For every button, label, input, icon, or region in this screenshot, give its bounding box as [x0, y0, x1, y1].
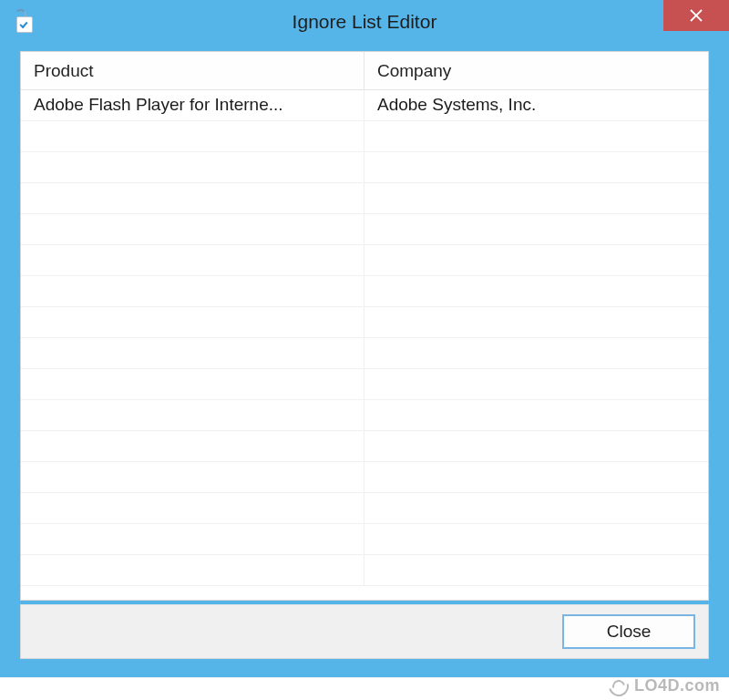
table-row-empty: [21, 307, 708, 338]
table-row-empty: [21, 493, 708, 524]
dialog-footer: Close: [20, 604, 709, 659]
app-icon: [13, 11, 35, 33]
list-header[interactable]: Product Company: [21, 52, 708, 90]
watermark: LO4D.com: [607, 674, 720, 696]
table-row-empty: [21, 152, 708, 183]
window-close-button[interactable]: [663, 0, 729, 31]
list-body[interactable]: Adobe Flash Player for Interne...Adobe S…: [21, 90, 708, 600]
table-row-empty: [21, 214, 708, 245]
column-header-product[interactable]: Product: [21, 52, 364, 89]
close-button[interactable]: Close: [562, 614, 695, 649]
watermark-logo-icon: [607, 674, 629, 696]
table-row-empty: [21, 245, 708, 276]
column-header-company[interactable]: Company: [364, 52, 708, 89]
table-row-empty: [21, 121, 708, 152]
watermark-text: LO4D.com: [634, 676, 720, 695]
table-row-empty: [21, 462, 708, 493]
titlebar[interactable]: Ignore List Editor: [0, 0, 729, 44]
table-row-empty: [21, 400, 708, 431]
table-row-empty: [21, 183, 708, 214]
table-row-empty: [21, 555, 708, 586]
table-row-empty: [21, 369, 708, 400]
table-row[interactable]: Adobe Flash Player for Interne...Adobe S…: [21, 90, 708, 121]
window-title: Ignore List Editor: [293, 11, 437, 33]
table-row-empty: [21, 276, 708, 307]
dialog-window: Ignore List Editor Product Company Adobe…: [0, 0, 729, 677]
table-row-empty: [21, 338, 708, 369]
table-row-empty: [21, 431, 708, 462]
list-view[interactable]: Product Company Adobe Flash Player for I…: [20, 51, 709, 601]
cell-product: Adobe Flash Player for Interne...: [21, 90, 364, 120]
table-row-empty: [21, 524, 708, 555]
cell-company: Adobe Systems, Inc.: [364, 90, 708, 120]
close-icon: [690, 9, 703, 22]
